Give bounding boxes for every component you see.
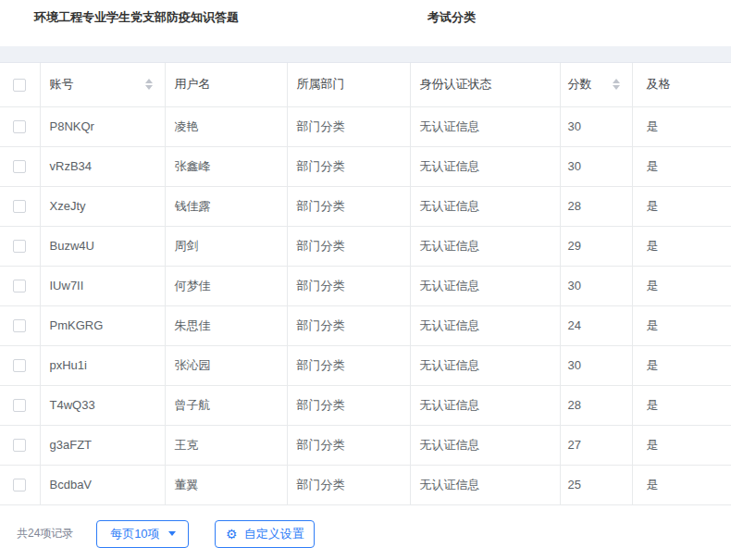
cell-score: 30 <box>560 146 632 186</box>
select-all-checkbox[interactable] <box>13 79 26 92</box>
cell-auth_status: 无认证信息 <box>410 425 560 465</box>
custom-settings-label: 自定义设置 <box>244 526 304 542</box>
cell-pass: 是 <box>632 425 731 465</box>
cell-auth_status: 无认证信息 <box>410 186 560 226</box>
table-row: XzeJty钱佳露部门分类无认证信息28是 <box>0 186 731 226</box>
cell-score: 30 <box>560 266 632 305</box>
cell-auth_status: 无认证信息 <box>410 305 560 345</box>
custom-settings-button[interactable]: ⚙ 自定义设置 <box>215 520 315 548</box>
row-checkbox-cell <box>0 186 40 226</box>
row-checkbox[interactable] <box>13 319 26 332</box>
column-header-auth_status: 身份认证状态 <box>410 63 560 106</box>
total-records-text: 共24项记录 <box>17 526 73 541</box>
column-header-account[interactable]: 账号 <box>40 63 165 106</box>
table-row: PmKGRG朱思佳部门分类无认证信息24是 <box>0 305 731 345</box>
column-header-label: 用户名 <box>175 77 211 91</box>
cell-account: BcdbaV <box>40 465 165 504</box>
row-checkbox-cell <box>0 345 40 385</box>
cell-auth_status: 无认证信息 <box>410 266 560 305</box>
row-checkbox[interactable] <box>13 160 26 173</box>
row-checkbox[interactable] <box>13 200 26 213</box>
column-header-label: 分数 <box>568 77 592 91</box>
row-checkbox[interactable] <box>13 240 26 253</box>
sort-caret-icon <box>613 79 620 90</box>
table-row: BcdbaV董翼部门分类无认证信息25是 <box>0 465 731 504</box>
table-row: g3aFZT王克部门分类无认证信息27是 <box>0 425 731 465</box>
cell-auth_status: 无认证信息 <box>410 106 560 146</box>
row-checkbox-cell <box>0 465 40 504</box>
cell-pass: 是 <box>632 226 731 266</box>
row-checkbox[interactable] <box>13 479 26 492</box>
row-checkbox[interactable] <box>13 439 26 452</box>
cell-department: 部门分类 <box>287 305 410 345</box>
cell-score: 30 <box>560 106 632 146</box>
row-checkbox-cell <box>0 106 40 146</box>
row-checkbox-cell <box>0 146 40 186</box>
cell-auth_status: 无认证信息 <box>410 146 560 186</box>
row-checkbox-cell <box>0 385 40 425</box>
exam-category-label: 考试分类 <box>427 9 476 26</box>
chevron-down-icon <box>168 531 176 536</box>
cell-score: 28 <box>560 186 632 226</box>
cell-account: T4wQ33 <box>40 385 165 425</box>
top-bar: 环境工程专业学生党支部防疫知识答题 考试分类 <box>0 0 731 46</box>
table-row: vRzB34张鑫峰部门分类无认证信息30是 <box>0 146 731 186</box>
gear-icon: ⚙ <box>226 528 238 541</box>
cell-account: Buzw4U <box>40 226 165 266</box>
row-checkbox[interactable] <box>13 359 26 372</box>
cell-score: 29 <box>560 226 632 266</box>
cell-pass: 是 <box>632 146 731 186</box>
header-checkbox-cell <box>0 63 40 106</box>
column-header-label: 及格 <box>647 77 671 91</box>
column-header-department: 所属部门 <box>287 63 410 106</box>
cell-account: IUw7II <box>40 266 165 305</box>
row-checkbox[interactable] <box>13 120 26 133</box>
exam-results-table: 账号用户名所属部门身份认证状态分数及格 P8NKQr凌艳部门分类无认证信息30是… <box>0 63 731 505</box>
cell-account: pxHu1i <box>40 345 165 385</box>
cell-username: 张沁园 <box>165 345 287 385</box>
column-header-username: 用户名 <box>165 63 287 106</box>
cell-account: vRzB34 <box>40 146 165 186</box>
cell-score: 25 <box>560 465 632 504</box>
page-size-label: 每页10项 <box>110 526 159 542</box>
cell-username: 周剑 <box>165 226 287 266</box>
cell-username: 曾子航 <box>165 385 287 425</box>
row-checkbox-cell <box>0 226 40 266</box>
cell-account: P8NKQr <box>40 106 165 146</box>
cell-score: 30 <box>560 345 632 385</box>
cell-username: 凌艳 <box>165 106 287 146</box>
cell-username: 何梦佳 <box>165 266 287 305</box>
cell-pass: 是 <box>632 186 731 226</box>
cell-department: 部门分类 <box>287 465 410 504</box>
row-checkbox[interactable] <box>13 399 26 412</box>
cell-department: 部门分类 <box>287 266 410 305</box>
column-header-label: 所属部门 <box>297 77 345 91</box>
cell-account: g3aFZT <box>40 425 165 465</box>
cell-department: 部门分类 <box>287 106 410 146</box>
column-header-pass: 及格 <box>632 63 731 106</box>
cell-department: 部门分类 <box>287 385 410 425</box>
cell-score: 24 <box>560 305 632 345</box>
cell-auth_status: 无认证信息 <box>410 465 560 504</box>
cell-pass: 是 <box>632 345 731 385</box>
column-header-label: 账号 <box>50 77 74 91</box>
row-checkbox-cell <box>0 425 40 465</box>
cell-username: 朱思佳 <box>165 305 287 345</box>
cell-username: 王克 <box>165 425 287 465</box>
cell-pass: 是 <box>632 385 731 425</box>
cell-account: XzeJty <box>40 186 165 226</box>
page-size-dropdown[interactable]: 每页10项 <box>96 520 189 548</box>
table-row: Buzw4U周剑部门分类无认证信息29是 <box>0 226 731 266</box>
cell-auth_status: 无认证信息 <box>410 226 560 266</box>
row-checkbox[interactable] <box>13 280 26 292</box>
row-checkbox-cell <box>0 305 40 345</box>
cell-department: 部门分类 <box>287 186 410 226</box>
cell-department: 部门分类 <box>287 425 410 465</box>
cell-department: 部门分类 <box>287 226 410 266</box>
column-header-score[interactable]: 分数 <box>560 63 632 106</box>
cell-pass: 是 <box>632 106 731 146</box>
cell-pass: 是 <box>632 465 731 504</box>
sort-caret-icon <box>145 79 153 90</box>
cell-score: 27 <box>560 425 632 465</box>
page-title: 环境工程专业学生党支部防疫知识答题 <box>34 9 239 26</box>
